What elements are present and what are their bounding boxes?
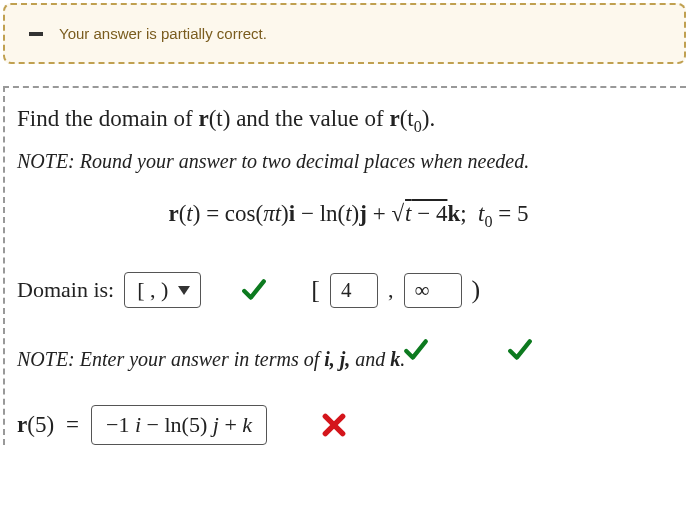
lower-bound-input[interactable]: 4 xyxy=(330,273,378,308)
note2-and: and xyxy=(350,348,390,370)
prompt-r2: r xyxy=(389,106,399,131)
domain-label: Domain is: xyxy=(17,277,114,303)
note2-ij: i, j, xyxy=(324,348,350,370)
check-icon xyxy=(241,277,267,303)
bracket-close: ) xyxy=(472,275,481,305)
cross-icon xyxy=(321,412,347,438)
prompt-text2: and the value of xyxy=(230,106,389,131)
equals-sign: = xyxy=(66,412,79,438)
equation-display: r(t) = cos(πt)i − ln(t)j + √t − 4k; t0 =… xyxy=(17,201,680,231)
prompt-arg2: (t xyxy=(400,106,414,131)
note2-k: k xyxy=(390,348,400,370)
dropdown-value: [ , ) xyxy=(137,277,168,303)
note2-prefix: NOTE: Enter your answer in terms of xyxy=(17,348,324,370)
ijk-note: NOTE: Enter your answer in terms of i, j… xyxy=(17,348,680,371)
answer-row: r(5) = −1 i − ln(5) j + k xyxy=(17,405,680,445)
comma: , xyxy=(388,277,394,303)
rounding-note: NOTE: Round your answer to two decimal p… xyxy=(17,150,680,173)
interval-type-dropdown[interactable]: [ , ) xyxy=(124,272,201,308)
feedback-message: Your answer is partially correct. xyxy=(59,25,267,42)
domain-row: Domain is: [ , ) [ 4 , ∞ ) xyxy=(17,272,680,308)
bracket-open: [ xyxy=(311,275,320,305)
prompt-close: ). xyxy=(422,106,435,131)
prompt-r: r xyxy=(198,106,208,131)
prompt-arg: (t) xyxy=(209,106,231,131)
chevron-down-icon xyxy=(178,286,190,295)
question-prompt: Find the domain of r(t) and the value of… xyxy=(17,106,680,136)
feedback-banner: Your answer is partially correct. xyxy=(3,3,686,64)
minus-icon xyxy=(29,32,43,36)
vector-answer-input[interactable]: −1 i − ln(5) j + k xyxy=(91,405,267,445)
check-icon xyxy=(403,337,429,363)
upper-bound-input[interactable]: ∞ xyxy=(404,273,462,308)
prompt-text: Find the domain of xyxy=(17,106,198,131)
prompt-sub: 0 xyxy=(414,118,422,135)
answer-lhs: r(5) xyxy=(17,412,54,438)
question-container: Find the domain of r(t) and the value of… xyxy=(3,86,686,445)
check-icon xyxy=(507,337,533,363)
